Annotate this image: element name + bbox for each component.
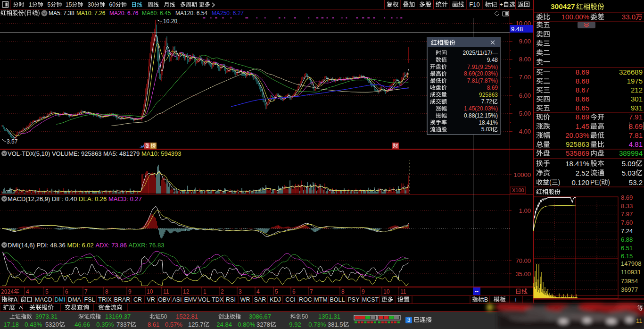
- svg-text:7.97: 7.97: [621, 211, 633, 218]
- svg-text:925863: 925863: [479, 92, 498, 98]
- svg-text:8.61: 8.61: [148, 321, 159, 328]
- svg-text:MDI: 6.02: MDI: 6.02: [67, 242, 93, 249]
- svg-text:3973.31: 3973.31: [35, 313, 58, 320]
- svg-text:33.0: 33.0: [622, 13, 636, 21]
- svg-text:F10: F10: [469, 1, 479, 8]
- svg-text:125.7: 125.7: [188, 321, 204, 328]
- svg-text:MA5: 481279: MA5: 481279: [103, 150, 140, 157]
- svg-text:12: 12: [183, 288, 190, 295]
- svg-text:50: 50: [302, 313, 308, 320]
- svg-text:MTM: MTM: [314, 296, 327, 303]
- svg-text:8.69: 8.69: [576, 113, 589, 121]
- svg-text:ASI: ASI: [172, 296, 182, 303]
- svg-text:10: 10: [147, 288, 153, 295]
- svg-text:8: 8: [105, 288, 108, 295]
- svg-text:VOL-TDX(5,10): VOL-TDX(5,10): [8, 150, 50, 157]
- svg-text:PDI: 48.36: PDI: 48.36: [36, 242, 65, 249]
- svg-text:5.03: 5.03: [622, 169, 636, 177]
- svg-text:53.2: 53.2: [629, 178, 643, 186]
- svg-text:MACD: 0.27: MACD: 0.27: [108, 195, 142, 202]
- svg-text:4: 4: [26, 288, 29, 295]
- svg-text:TRIX: TRIX: [98, 296, 112, 303]
- svg-text:SAR: SAR: [254, 296, 266, 303]
- svg-text:5320: 5320: [45, 321, 59, 328]
- svg-text:10.20: 10.20: [163, 18, 177, 25]
- svg-text:18.41%: 18.41%: [565, 160, 589, 168]
- svg-text:10000: 10000: [514, 171, 531, 178]
- svg-text:36977: 36977: [621, 286, 638, 293]
- svg-text:ADX: 73.86: ADX: 73.86: [95, 242, 127, 249]
- svg-text:ROC: ROC: [299, 296, 312, 303]
- svg-text:−: −: [526, 296, 530, 304]
- svg-text:1975: 1975: [627, 77, 643, 85]
- svg-text:WR: WR: [240, 296, 250, 303]
- svg-text:DMI: DMI: [55, 296, 66, 303]
- svg-text:CR: CR: [133, 296, 142, 303]
- svg-text:6: 6: [65, 288, 68, 295]
- svg-text:7.81: 7.81: [629, 131, 643, 139]
- svg-text:7.91: 7.91: [629, 113, 643, 121]
- svg-text:EMV: EMV: [184, 296, 197, 303]
- svg-text:MCST: MCST: [362, 296, 379, 303]
- svg-text:931: 931: [631, 104, 643, 112]
- svg-text:DMI(14,6): DMI(14,6): [8, 242, 35, 249]
- svg-text:8.67: 8.67: [576, 86, 589, 94]
- svg-text:): ): [558, 178, 561, 186]
- svg-text:-0.35%: -0.35%: [94, 321, 114, 328]
- svg-text:MA250: 6.27: MA250: 6.27: [212, 10, 244, 17]
- svg-text:MACD: MACD: [35, 296, 52, 303]
- svg-text:3: 3: [407, 317, 411, 323]
- svg-text:18.41%: 18.41%: [479, 119, 498, 126]
- svg-text:5: 5: [275, 288, 278, 295]
- svg-text:70.00: 70.00: [515, 257, 531, 264]
- svg-text:925863: 925863: [566, 140, 589, 148]
- svg-text:X100: X100: [512, 187, 524, 193]
- svg-text:--: --: [475, 288, 479, 295]
- svg-text:1351.31: 1351.31: [318, 313, 340, 320]
- svg-text:CCI: CCI: [285, 296, 296, 303]
- svg-text:): ): [608, 178, 610, 186]
- svg-text:BOLL: BOLL: [330, 296, 345, 303]
- svg-text:-46.66: -46.66: [73, 321, 90, 328]
- svg-text:-0.80%: -0.80%: [236, 321, 256, 328]
- svg-text:9.48: 9.48: [511, 25, 523, 33]
- svg-text:-9.92: -9.92: [287, 321, 301, 328]
- svg-text:DIF: 0.40: DIF: 0.40: [52, 195, 77, 202]
- svg-text:60: 60: [109, 1, 116, 8]
- svg-text:VOLUME: 925863: VOLUME: 925863: [52, 150, 102, 157]
- svg-text:ADXR: 76.83: ADXR: 76.83: [129, 242, 165, 249]
- svg-text:73954: 73954: [621, 278, 638, 285]
- svg-text:-0.43%: -0.43%: [23, 321, 42, 328]
- svg-text:1: 1: [29, 1, 32, 8]
- svg-text:212: 212: [631, 86, 643, 94]
- svg-text:301: 301: [631, 95, 643, 103]
- svg-text:+: +: [500, 1, 504, 8]
- svg-text:9.48: 9.48: [487, 57, 498, 63]
- svg-text:B: B: [484, 296, 488, 303]
- svg-text:4.00: 4.00: [519, 128, 531, 135]
- svg-text:3: 3: [239, 288, 242, 295]
- svg-text:10: 10: [383, 288, 390, 295]
- svg-text:KDJ: KDJ: [270, 296, 281, 303]
- svg-text:11: 11: [636, 317, 643, 324]
- svg-text:9.00: 9.00: [519, 38, 531, 45]
- svg-text:11: 11: [400, 288, 406, 295]
- svg-text:30: 30: [88, 1, 94, 8]
- svg-text:11: 11: [163, 288, 169, 295]
- svg-text:VR: VR: [147, 296, 155, 303]
- svg-text:8.69(20.03%): 8.69(20.03%): [464, 70, 498, 77]
- svg-text:8.33: 8.33: [621, 202, 633, 210]
- svg-text:7.60: 7.60: [621, 219, 633, 226]
- svg-text:+: +: [514, 296, 518, 304]
- svg-text:6.15: 6.15: [621, 253, 633, 260]
- svg-text:6: 6: [292, 288, 296, 295]
- svg-text:8.66: 8.66: [576, 95, 589, 103]
- svg-text:5.09: 5.09: [622, 160, 636, 168]
- svg-text:8: 8: [341, 288, 345, 295]
- svg-text:MA10: 7.26: MA10: 7.26: [76, 10, 106, 17]
- svg-text:9: 9: [362, 288, 365, 295]
- svg-text:35.00: 35.00: [515, 270, 531, 278]
- svg-text:3086.67: 3086.67: [249, 313, 271, 320]
- svg-text:6.88: 6.88: [621, 236, 633, 243]
- svg-text:-24.84: -24.84: [215, 321, 232, 328]
